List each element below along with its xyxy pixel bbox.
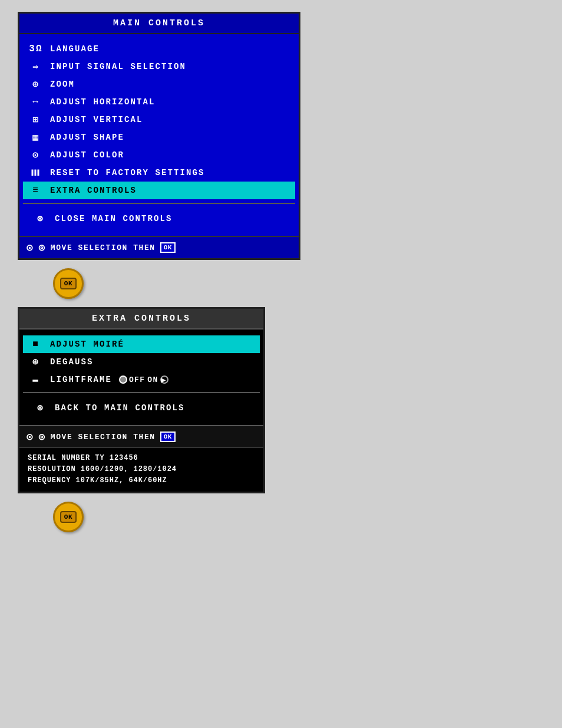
main-controls-footer: ⊙ ⊚ MOVE SELECTION THEN OK [19, 236, 299, 258]
ok-badge: OK [160, 242, 176, 253]
extra-footer-text: MOVE SELECTION THEN [51, 433, 156, 442]
menu-item-input[interactable]: ⇒ INPUT SIGNAL SELECTION [23, 58, 295, 75]
close-main-controls[interactable]: ⊛ CLOSE MAIN CONTROLS [23, 207, 295, 230]
degauss-icon: ⊛ [28, 355, 44, 368]
serial-number-text: SERIAL NUMBER TY 123456 [28, 453, 255, 464]
resolution-text: RESOLUTION 1600/1200, 1280/1024 [28, 464, 255, 475]
shape-icon: ▦ [28, 131, 44, 144]
joystick-down-icon-2: ⊚ [38, 430, 45, 443]
extra-controls-footer: ⊙ ⊚ MOVE SELECTION THEN OK [19, 425, 263, 447]
close-icon: ⊛ [32, 212, 49, 225]
extra-menu-list: ■ ADJUST MOIRÉ ⊛ DEGAUSS ▬ LIGHTFRAME OF… [19, 330, 263, 425]
lightframe-off-label: OFF [129, 375, 145, 384]
frequency-text: FREQUENCY 107K/85HZ, 64K/60HZ [28, 475, 255, 486]
menu-item-lightframe[interactable]: ▬ LIGHTFRAME OFF ON ▶ [23, 371, 260, 388]
menu-item-degauss[interactable]: ⊛ DEGAUSS [23, 353, 260, 371]
joystick-up-icon: ⊙ [27, 241, 34, 254]
menu-item-extra[interactable]: ≡ EXTRA CONTROLS [23, 182, 295, 199]
extra-menu-divider [23, 392, 260, 393]
joystick-down-icon: ⊚ [38, 241, 45, 254]
lightframe-icon: ▬ [28, 373, 44, 386]
back-to-main[interactable]: ⊛ BACK TO MAIN CONTROLS [23, 397, 260, 419]
ok-badge-2: OK [160, 431, 176, 442]
back-icon: ⊛ [32, 401, 49, 414]
main-controls-title: MAIN CONTROLS [19, 14, 299, 34]
language-icon: 3Ω [28, 42, 44, 55]
reset-icon: ▌▌▌ [28, 166, 44, 179]
ok-button-2-label: OK [60, 511, 77, 523]
menu-divider [23, 203, 295, 204]
menu-item-zoom[interactable]: ⊕ ZOOM [23, 75, 295, 93]
device-info-section: SERIAL NUMBER TY 123456 RESOLUTION 1600/… [19, 447, 263, 492]
extra-controls-title: EXTRA CONTROLS [19, 309, 263, 330]
menu-item-language[interactable]: 3Ω LANGUAGE [23, 40, 295, 58]
moire-icon: ■ [28, 338, 44, 351]
main-controls-panel: MAIN CONTROLS 3Ω LANGUAGE ⇒ INPUT SIGNAL… [18, 12, 300, 260]
menu-item-shape[interactable]: ▦ ADJUST SHAPE [23, 129, 295, 146]
ok-button-1[interactable]: OK [53, 268, 84, 299]
horizontal-icon: ↔ [28, 95, 44, 108]
menu-item-moire[interactable]: ■ ADJUST MOIRÉ [23, 335, 260, 353]
extra-controls-panel: EXTRA CONTROLS ■ ADJUST MOIRÉ ⊛ DEGAUSS … [18, 307, 265, 493]
lightframe-off-option[interactable]: OFF [119, 375, 145, 384]
extra-icon: ≡ [28, 184, 44, 197]
joystick-up-icon-2: ⊙ [27, 430, 34, 443]
input-icon: ⇒ [28, 60, 44, 73]
zoom-icon: ⊕ [28, 78, 44, 91]
menu-item-color[interactable]: ⊙ ADJUST COLOR [23, 146, 295, 164]
ok-button-2[interactable]: OK [53, 502, 84, 532]
lightframe-on-option[interactable]: ON ▶ [147, 375, 168, 384]
lightframe-on-radio: ▶ [160, 375, 168, 384]
menu-item-reset[interactable]: ▌▌▌ RESET TO FACTORY SETTINGS [23, 164, 295, 182]
ok-button-1-container: OK [53, 268, 84, 299]
footer-text: MOVE SELECTION THEN [51, 243, 156, 252]
ok-button-2-container: OK [53, 502, 84, 532]
menu-item-vertical[interactable]: ⊞ ADJUST VERTICAL [23, 111, 295, 129]
lightframe-on-label: ON [147, 375, 158, 384]
lightframe-options: LIGHTFRAME OFF ON ▶ [50, 375, 168, 384]
vertical-icon: ⊞ [28, 113, 44, 126]
menu-item-horizontal[interactable]: ↔ ADJUST HORIZONTAL [23, 93, 295, 111]
main-menu-list: 3Ω LANGUAGE ⇒ INPUT SIGNAL SELECTION ⊕ Z… [19, 34, 299, 236]
lightframe-off-radio [119, 375, 127, 384]
ok-button-1-label: OK [60, 278, 77, 289]
color-icon: ⊙ [28, 149, 44, 162]
